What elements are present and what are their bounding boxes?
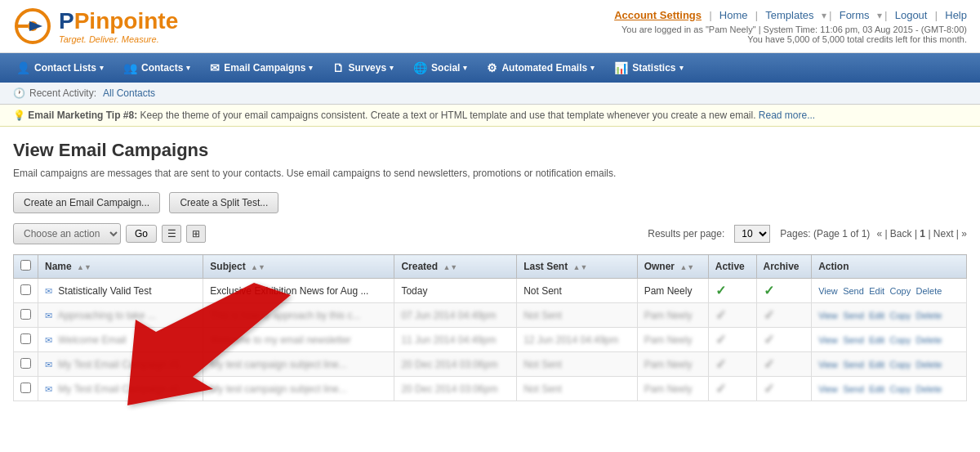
name-sort-arrows[interactable]: ▲▼ [77,263,91,271]
edit-action-link[interactable]: Edit [869,384,884,394]
pages-label: Pages: (Page 1 of 1) [780,228,870,239]
copy-action-link[interactable]: Copy [890,286,911,296]
nav-email-campaigns[interactable]: ✉ Email Campaigns ▾ [200,53,323,83]
edit-action-link[interactable]: Edit [869,311,884,320]
row-select-checkbox[interactable] [20,383,31,393]
logout-link[interactable]: Logout [895,9,928,21]
row-checkbox [14,303,38,328]
copy-action-link[interactable]: Copy [890,384,911,394]
col-checkbox [14,255,38,279]
automated-emails-icon: ⚙ [487,61,497,74]
email-campaigns-arrow: ▾ [309,64,313,72]
create-split-test-button[interactable]: Create a Split Test... [169,192,278,213]
copy-action-link[interactable]: Copy [890,335,911,345]
nav-surveys-label: Surveys [348,62,386,74]
automated-emails-arrow: ▾ [590,64,595,72]
email-icon: ✉ [45,311,52,320]
row-checkbox [14,377,38,401]
home-link[interactable]: Home [719,9,748,21]
row-archive: ✓ [756,352,812,377]
go-button[interactable]: Go [126,225,157,243]
results-per-page-select[interactable]: 10 [734,225,770,243]
send-action-link[interactable]: Send [843,311,864,320]
statistics-arrow: ▾ [679,64,684,72]
contact-lists-icon: 👤 [16,61,30,74]
nav-statistics[interactable]: 📊 Statistics ▾ [604,53,693,83]
view-action-link[interactable]: View [818,335,838,345]
row-owner: Pam Neely [637,377,708,401]
create-email-campaign-button[interactable]: Create an Email Campaign... [13,192,160,213]
table-header: Name ▲▼ Subject ▲▼ Created ▲▼ Last Sent … [14,255,967,279]
nav-automated-emails-label: Automated Emails [501,62,587,74]
last-page-link[interactable]: » [961,228,967,239]
nav-social[interactable]: 🌐 Social ▾ [403,53,477,83]
edit-action-link[interactable]: Edit [869,286,884,296]
contact-lists-arrow: ▾ [100,64,104,72]
view-action-link[interactable]: View [818,384,838,394]
view-action-link[interactable]: View [818,286,838,296]
contacts-icon: 👥 [123,61,137,74]
send-action-link[interactable]: Send [843,360,864,369]
row-select-checkbox[interactable] [20,358,31,369]
created-sort-arrows[interactable]: ▲▼ [443,263,457,271]
subject-sort-arrows[interactable]: ▲▼ [251,263,265,271]
forms-link[interactable]: Forms [840,9,870,21]
logo-name: PPinpointe [59,8,178,34]
action-right: Results per page: 10 Pages: (Page 1 of 1… [648,225,967,243]
list-view-button[interactable]: ☰ [162,225,181,243]
col-name: Name ▲▼ [38,255,203,279]
email-icon: ✉ [45,335,52,345]
list-view-icon: ☰ [167,228,176,239]
next-page-link[interactable]: Next [933,228,954,239]
copy-action-link[interactable]: Copy [890,360,911,369]
row-name: ✉ Welcome Email [38,328,203,352]
edit-action-link[interactable]: Edit [869,360,884,369]
delete-action-link[interactable]: Delete [916,384,942,394]
nav-contacts[interactable]: 👥 Contacts ▾ [114,53,200,83]
row-actions: View Send Edit Copy Delete [812,352,967,377]
email-icon: ✉ [45,360,52,369]
table-container: Name ▲▼ Subject ▲▼ Created ▲▼ Last Sent … [13,254,967,401]
col-active: Active [708,255,756,279]
choose-action-select[interactable]: Choose an action [13,223,121,244]
select-all-checkbox[interactable] [20,260,31,271]
row-select-checkbox[interactable] [20,333,31,344]
copy-action-link[interactable]: Copy [890,311,911,320]
nav-contact-lists[interactable]: 👤 Contact Lists ▾ [7,53,114,83]
templates-link[interactable]: Templates [765,9,813,21]
view-action-link[interactable]: View [818,311,838,320]
tip-bar: 💡 Email Marketing Tip #8: Keep the theme… [0,105,980,127]
send-action-link[interactable]: Send [843,384,864,394]
row-created: 20 Dec 2014 03:06pm [394,377,517,401]
logo-text: PPinpointe Target. Deliver. Measure. [59,8,178,44]
top-right: Account Settings | Home | Templates ▾ | … [609,9,967,44]
delete-action-link[interactable]: Delete [916,335,942,345]
last-sent-sort-arrows[interactable]: ▲▼ [573,263,588,271]
row-checkbox [14,279,38,303]
nav-automated-emails[interactable]: ⚙ Automated Emails ▾ [477,53,604,83]
send-action-link[interactable]: Send [843,335,864,345]
delete-action-link[interactable]: Delete [916,360,942,369]
first-page-link[interactable]: « [876,228,882,239]
nav-surveys[interactable]: 🗋 Surveys ▾ [323,53,403,83]
account-settings-link[interactable]: Account Settings [614,9,702,21]
row-created: 11 Jun 2014 04:49pm [394,328,517,352]
grid-view-button[interactable]: ⊞ [186,225,206,243]
results-per-page-label: Results per page: [648,228,724,239]
row-select-checkbox[interactable] [20,284,31,295]
tip-text: Keep the theme of your email campaigns c… [140,110,759,121]
read-more-link[interactable]: Read more... [759,110,815,121]
delete-action-link[interactable]: Delete [916,311,942,320]
row-select-checkbox[interactable] [20,309,31,320]
help-link[interactable]: Help [945,9,967,21]
table-body: ✉ Statistically Valid Test Exclusive Exh… [14,279,967,401]
back-page-link[interactable]: Back [890,228,912,239]
row-owner: Pam Neely [637,352,708,377]
edit-action-link[interactable]: Edit [869,335,884,345]
owner-sort-arrows[interactable]: ▲▼ [679,263,694,271]
send-action-link[interactable]: Send [843,286,864,296]
view-action-link[interactable]: View [818,360,838,369]
delete-action-link[interactable]: Delete [916,286,942,296]
all-contacts-link[interactable]: All Contacts [103,87,155,99]
logo-icon [13,7,52,46]
